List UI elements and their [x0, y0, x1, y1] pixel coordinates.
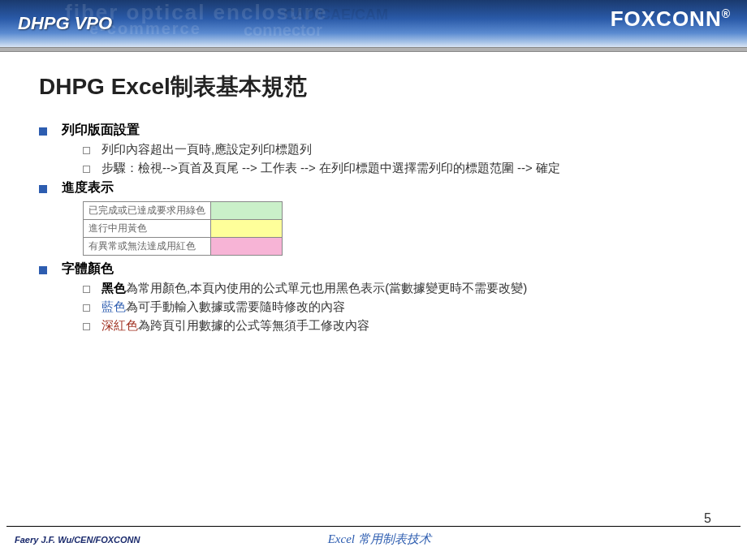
header-bg-decor-2: connector [244, 21, 322, 40]
print-sub-2: 步驟：檢視-->頁首及頁尾 --> 工作表 --> 在列印標題中選擇需列印的標題… [83, 161, 708, 176]
bullet-hollow-icon [83, 166, 90, 173]
bullet-hollow-icon [83, 304, 90, 312]
header-bg-decor-4: e-commerce [89, 19, 201, 38]
bullet-hollow-icon [83, 286, 90, 293]
bullet-square-icon [39, 185, 47, 193]
font-black-label: 黑色 [101, 281, 126, 295]
slide-content: DHPG Excel制表基本規范 列印版面設置 列印內容超出一頁時,應設定列印標… [0, 52, 747, 334]
swatch-pink [211, 238, 283, 256]
footer-divider [6, 526, 741, 527]
slide-header: fiber optical enclosure e-commerce conne… [0, 0, 747, 47]
table-row: 有異常或無法達成用紅色 [84, 238, 283, 256]
section-print-heading: 列印版面設置 [39, 122, 708, 139]
swatch-green [211, 202, 283, 220]
print-sub-1: 列印內容超出一頁時,應設定列印標題列 [83, 142, 708, 157]
footer-author: Faery J.F. Wu/CEN/FOXCONN [15, 535, 140, 545]
bullet-square-icon [39, 127, 47, 136]
header-bg-decor-3: CAD/CAE/CAM [284, 6, 388, 24]
section-progress-heading: 進度表示 [39, 179, 708, 196]
foxconn-logo: FOXCONN® [611, 6, 731, 32]
font-rule-darkred: 深紅色為跨頁引用數據的公式等無須手工修改內容 [83, 318, 708, 334]
progress-color-table: 已完成或已達成要求用綠色 進行中用黃色 有異常或無法達成用紅色 [83, 201, 283, 256]
font-rule-blue: 藍色為可手動輸入數據或需要隨時修改的內容 [83, 299, 708, 315]
bullet-hollow-icon [83, 323, 90, 330]
progress-label-yellow: 進行中用黃色 [84, 220, 211, 238]
swatch-yellow [211, 220, 283, 238]
progress-label-green: 已完成或已達成要求用綠色 [84, 202, 211, 220]
slide-footer: Faery J.F. Wu/CEN/FOXCONN Excel 常用制表技术 [0, 526, 747, 547]
bullet-hollow-icon [83, 147, 90, 154]
table-row: 已完成或已達成要求用綠色 [84, 202, 283, 220]
page-number: 5 [704, 511, 711, 526]
font-blue-label: 藍色 [101, 299, 126, 313]
font-darkred-label: 深紅色 [101, 318, 138, 332]
progress-label-pink: 有異常或無法達成用紅色 [84, 238, 211, 256]
font-rule-black: 黑色為常用顏色,本頁內使用的公式單元也用黑色表示(當數據變更時不需要改變) [83, 281, 708, 296]
slide-title: DHPG Excel制表基本規范 [39, 71, 708, 102]
bullet-square-icon [39, 266, 47, 274]
footer-title: Excel 常用制表技术 [328, 532, 431, 547]
table-row: 進行中用黃色 [84, 220, 283, 238]
section-font-heading: 字體顏色 [39, 261, 708, 278]
